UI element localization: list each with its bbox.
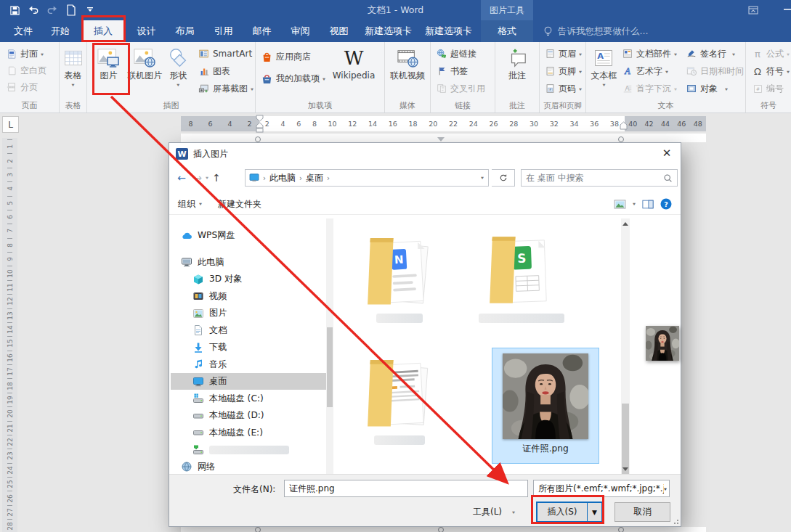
sidebar-item-图片[interactable]: 图片 <box>171 305 326 322</box>
selection-handle[interactable] <box>618 136 624 142</box>
chart-button[interactable]: 图表 <box>197 64 255 78</box>
page-break-button[interactable]: 分页 <box>4 80 59 94</box>
sidebar-item-网络[interactable]: 网络 <box>171 459 326 475</box>
ribbon-tab-9[interactable]: 视图 <box>322 20 356 42</box>
cover-page-button[interactable]: 封面▾ <box>4 46 59 61</box>
address-dropdown-icon[interactable]: ▾ <box>481 175 484 180</box>
sidebar-item-本地磁盘 (E:)[interactable]: 本地磁盘 (E:) <box>171 425 326 441</box>
sidebar-item-redacted[interactable] <box>171 441 326 458</box>
new-document-icon[interactable] <box>65 4 77 16</box>
ribbon-tab-4[interactable]: 设计 <box>129 20 163 42</box>
search-input[interactable]: 在 桌面 中搜索 <box>521 169 678 187</box>
close-icon[interactable]: ✕ <box>659 145 675 161</box>
ribbon-tab-1[interactable]: 文件 <box>7 20 39 42</box>
breadcrumb-desktop[interactable]: 桌面 <box>306 172 323 184</box>
filename-input[interactable]: 证件照.png <box>284 480 528 497</box>
quick-parts-button[interactable]: 文档部件▾ <box>620 46 678 61</box>
my-addins-button[interactable]: 我的加载项▾ <box>259 71 327 86</box>
right-indent-marker-icon[interactable] <box>619 120 628 131</box>
cross-reference-button[interactable]: 交叉引用 <box>434 81 495 96</box>
sidebar-item-本地磁盘 (D:)[interactable]: 本地磁盘 (D:) <box>171 407 326 424</box>
save-icon[interactable] <box>9 4 20 16</box>
file-tile-folder-spreadsheet[interactable]: S <box>474 229 569 323</box>
breadcrumb[interactable]: › 此电脑 › 桌面 › ▾ <box>245 169 489 187</box>
sidebar-item-桌面[interactable]: 桌面 <box>171 373 326 390</box>
pictures-button[interactable]: 图片 <box>92 42 126 81</box>
customize-quick-access-icon[interactable] <box>84 4 96 16</box>
ribbon-tab-6[interactable]: 引用 <box>206 20 240 42</box>
refresh-button[interactable] <box>492 169 515 187</box>
organize-button[interactable]: 组织▾ <box>178 198 202 210</box>
sidebar-item-此电脑[interactable]: 此电脑 <box>171 254 326 271</box>
undo-icon[interactable] <box>28 4 39 16</box>
tools-button[interactable]: 工具(L)▾ <box>473 506 515 518</box>
back-icon[interactable]: ← <box>174 172 190 184</box>
ribbon-tab-3[interactable]: 插入 <box>81 20 125 42</box>
vertical-ruler[interactable]: 1234567891011121314151617181920212223242… <box>2 138 17 532</box>
ribbon-tab-10[interactable]: 新建选项卡 <box>360 20 416 42</box>
bookmark-button[interactable]: 书签 <box>434 64 495 78</box>
number-button[interactable]: # 编号 <box>750 81 791 96</box>
insert-dropdown-icon[interactable]: ▼ <box>587 503 601 521</box>
up-icon[interactable]: ↑ <box>208 172 224 184</box>
blank-page-button[interactable]: 空白页 <box>4 63 59 78</box>
ribbon-tab-7[interactable]: 邮件 <box>245 20 279 42</box>
selection-handle[interactable] <box>618 527 624 532</box>
table-button[interactable]: 表格▾ <box>60 42 86 89</box>
forward-icon[interactable]: → <box>190 172 206 184</box>
help-icon[interactable]: ? <box>660 198 672 210</box>
store-button[interactable]: 应用商店 <box>259 49 327 64</box>
sidebar-item-视频[interactable]: 视频 <box>171 288 326 305</box>
sidebar-item-文档[interactable]: 文档 <box>171 322 326 339</box>
preview-pane-icon[interactable] <box>642 200 654 209</box>
redo-icon[interactable] <box>46 4 58 16</box>
file-list-scrollbar[interactable] <box>621 218 630 474</box>
file-tile-selected-image[interactable]: 证件照.png <box>492 348 599 464</box>
online-pictures-button[interactable]: 联机图片 <box>126 42 164 81</box>
file-tile-folder-text[interactable] <box>352 351 447 445</box>
tab-format[interactable]: 格式 <box>481 20 533 42</box>
scroll-down-icon[interactable] <box>621 464 630 474</box>
object-button[interactable]: 对象▾ <box>684 81 745 96</box>
signature-line-button[interactable]: 签名行▾ <box>684 46 745 61</box>
drop-cap-button[interactable]: A 首字下沉▾ <box>620 81 678 96</box>
tab-stop-selector[interactable]: L <box>2 116 19 133</box>
selection-handle-top-center[interactable] <box>437 136 445 142</box>
scroll-up-icon[interactable] <box>621 218 630 229</box>
ribbon-display-options-icon[interactable] <box>747 4 759 16</box>
screenshot-button[interactable]: 屏幕截图▾ <box>197 81 255 96</box>
header-button[interactable]: 页眉▾ <box>543 46 585 61</box>
recent-locations-icon[interactable]: ▾ <box>206 175 208 180</box>
selection-handle[interactable] <box>438 527 444 532</box>
wikipedia-button[interactable]: W Wikipedia <box>327 42 381 81</box>
equation-button[interactable]: π 公式▾ <box>750 46 791 61</box>
file-tile-folder-word[interactable]: N <box>352 229 447 323</box>
sidebar-item-3D 对象[interactable]: 3D 对象 <box>171 271 326 287</box>
hyperlink-button[interactable]: 超链接 <box>434 46 495 61</box>
sidebar-scrollbar[interactable] <box>326 218 333 474</box>
textbox-button[interactable]: A 文本框▾ <box>589 42 619 89</box>
sidebar-item-音乐[interactable]: 音乐 <box>171 356 326 373</box>
smartart-button[interactable]: SmartArt <box>197 46 255 61</box>
date-time-button[interactable]: 日期和时间 <box>684 64 745 78</box>
page-number-button[interactable]: # 页码▾ <box>543 81 585 96</box>
footer-button[interactable]: 页脚▾ <box>543 64 585 78</box>
view-options-dropdown-icon[interactable]: ▾ <box>633 201 636 206</box>
comment-button[interactable]: 批注 <box>500 42 534 81</box>
filetype-select[interactable]: 所有图片(*.emf;*.wmf;*.jpg;*.jp ▾ <box>533 480 670 497</box>
new-folder-button[interactable]: 新建文件夹 <box>218 198 261 210</box>
ribbon-tab-5[interactable]: 布局 <box>168 20 202 42</box>
view-thumbnails-icon[interactable] <box>614 200 626 209</box>
shapes-button[interactable]: 形状▾ <box>164 42 192 89</box>
indent-markers-icon[interactable] <box>255 115 264 134</box>
breadcrumb-this-pc[interactable]: 此电脑 <box>269 172 296 184</box>
resize-grip[interactable] <box>671 517 678 524</box>
cancel-button[interactable]: 取消 <box>614 502 670 522</box>
symbol-button[interactable]: Ω 符号▾ <box>750 64 791 78</box>
ribbon-tab-11[interactable]: 新建选项卡 <box>421 20 476 42</box>
selection-handle[interactable] <box>255 527 261 532</box>
sidebar-item-WPS网盘[interactable]: WPS网盘 <box>171 227 326 244</box>
selection-handle[interactable] <box>255 136 261 142</box>
online-video-button[interactable]: 联机视频 <box>386 42 429 81</box>
dialog-title-bar[interactable]: W 插入图片 <box>169 143 681 165</box>
